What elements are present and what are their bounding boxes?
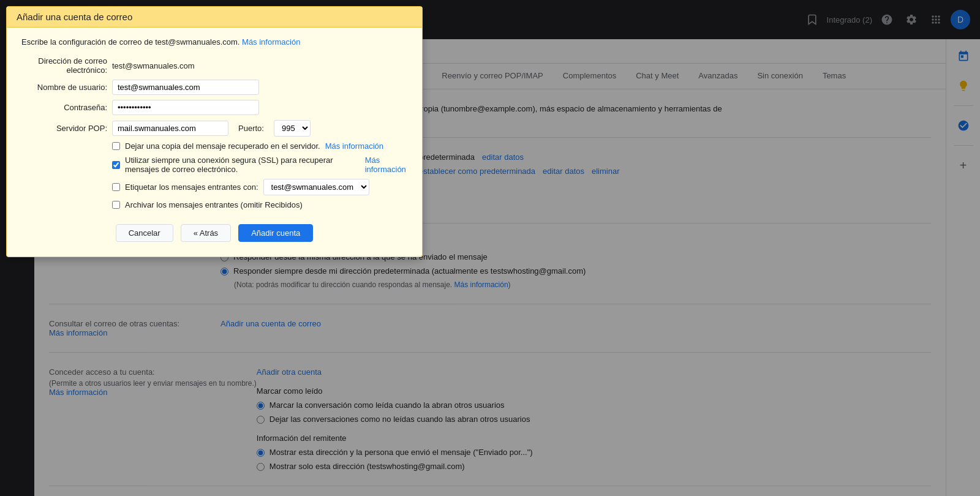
password-row: Contraseña: xyxy=(21,100,407,115)
pop-server-input[interactable] xyxy=(112,121,228,136)
modal-title: Añadir una cuenta de correo xyxy=(7,7,422,28)
username-input[interactable] xyxy=(112,80,259,95)
modal-buttons: Cancelar « Atrás Añadir cuenta xyxy=(21,214,407,247)
cancel-button[interactable]: Cancelar xyxy=(116,224,173,242)
checkbox4-row: Archivar los mensajes entrantes (omitir … xyxy=(21,200,407,209)
email-row: Dirección de correo electrónico: test@sw… xyxy=(21,56,407,75)
checkbox1-row: Dejar una copia del mensaje recuperado e… xyxy=(21,141,407,151)
checkbox2-row: Utilizar siempre una conexión segura (SS… xyxy=(21,156,407,174)
port-label: Puerto: xyxy=(238,124,264,133)
checkbox1[interactable] xyxy=(112,142,120,150)
pop-row: Servidor POP: Puerto: 995 110 993 xyxy=(21,120,407,137)
add-email-modal: Añadir una cuenta de correo Escribe la c… xyxy=(6,6,423,257)
pop-label: Servidor POP: xyxy=(21,124,107,133)
add-account-button[interactable]: Añadir cuenta xyxy=(238,224,313,242)
username-label: Nombre de usuario: xyxy=(21,83,107,92)
checkbox1-link[interactable]: Más información xyxy=(325,141,383,151)
modal-subtitle: Escribe la configuración de correo de te… xyxy=(21,37,407,47)
checkbox3[interactable] xyxy=(112,183,120,191)
password-input[interactable] xyxy=(112,100,259,115)
back-button[interactable]: « Atrás xyxy=(181,224,231,242)
checkbox2-link[interactable]: Más información xyxy=(365,156,407,174)
username-row: Nombre de usuario: xyxy=(21,80,407,95)
checkbox3-label: Etiquetar los mensajes entrantes con: xyxy=(125,182,258,192)
checkbox2[interactable] xyxy=(112,161,120,169)
password-label: Contraseña: xyxy=(21,103,107,112)
label-select[interactable]: test@swmanuales.com xyxy=(263,179,369,195)
port-select[interactable]: 995 110 993 xyxy=(274,120,311,137)
email-value: test@swmanuales.com xyxy=(112,61,195,70)
checkbox1-label: Dejar una copia del mensaje recuperado e… xyxy=(125,141,320,151)
checkbox4-label: Archivar los mensajes entrantes (omitir … xyxy=(125,200,303,209)
modal-overlay: Añadir una cuenta de correo Escribe la c… xyxy=(0,0,980,496)
modal-subtitle-link[interactable]: Más información xyxy=(242,37,300,47)
checkbox4[interactable] xyxy=(112,201,120,209)
checkbox2-label: Utilizar siempre una conexión segura (SS… xyxy=(125,156,360,174)
email-label: Dirección de correo electrónico: xyxy=(21,56,107,75)
checkbox3-row: Etiquetar los mensajes entrantes con: te… xyxy=(21,179,407,195)
